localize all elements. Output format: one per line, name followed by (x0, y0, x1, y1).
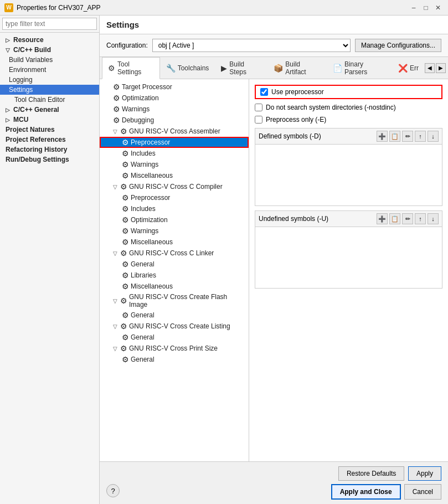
tree-item-warnings-c[interactable]: ⚙ Warnings (100, 225, 249, 236)
nav-item-settings[interactable]: Settings (0, 85, 99, 95)
nav-item-project-references[interactable]: Project References (0, 135, 99, 145)
nav-item-build-variables[interactable]: Build Variables (0, 55, 99, 65)
nav-item-logging[interactable]: Logging (0, 75, 99, 85)
tree-item-gnu-risc-v-cross-c-linker[interactable]: ▽ ⚙ GNU RISC-V Cross C Linker (100, 248, 249, 259)
tab-build-artifact[interactable]: 📦 Build Artifact (267, 57, 327, 79)
nav-item-mcu[interactable]: ▷ MCU (0, 115, 99, 125)
tree-icon: ⚙ (122, 138, 129, 147)
title-bar: W Properties for CHV307_APP – □ ✕ (0, 0, 448, 16)
tree-item-optimization[interactable]: ⚙ Optimization (100, 92, 249, 104)
content-area: ⚙ Target Processor ⚙ Optimization ⚙ Warn… (100, 79, 448, 461)
tree-item-gnu-risc-v-cross-print-size[interactable]: ▽ ⚙ GNU RISC-V Cross Print Size (100, 343, 249, 354)
tree-item-libraries-linker[interactable]: ⚙ Libraries (100, 270, 249, 281)
tree-icon: ⚙ (113, 105, 120, 114)
undefined-symbols-move-up-btn[interactable]: ↑ (415, 213, 426, 224)
undefined-symbols-edit-btn[interactable]: ✏ (402, 213, 413, 224)
nav-item-resource[interactable]: ▷ Resource (0, 35, 99, 45)
nav-label-refactoring-history: Refactoring History (6, 146, 67, 153)
expander-icon: ▽ (113, 250, 119, 256)
config-bar: Configuration: obj [ Active ] Manage Con… (100, 34, 448, 57)
restore-defaults-button[interactable]: Restore Defaults (338, 466, 404, 481)
close-button[interactable]: ✕ (432, 2, 444, 13)
no-system-dirs-checkbox[interactable] (255, 104, 262, 111)
nav-item-project-natures[interactable]: Project Natures (0, 125, 99, 135)
nav-item-refactoring-history[interactable]: Refactoring History (0, 145, 99, 155)
tree-item-general-listing[interactable]: ⚙ General (100, 332, 249, 343)
no-system-dirs-label: Do not search system directories (-nostd… (266, 104, 396, 111)
tree-item-includes-c[interactable]: ⚙ Includes (100, 203, 249, 214)
defined-symbols-label: Defined symbols (-D) (259, 132, 321, 140)
tab-binary-parsers[interactable]: 📄 Binary Parsers (327, 57, 392, 79)
use-preprocessor-label: Use preprocessor (271, 88, 324, 96)
tree-item-gnu-risc-v-cross-create-flash-image[interactable]: ▽ ⚙ GNU RISC-V Cross Create Flash Image (100, 292, 249, 310)
tree-item-warnings[interactable]: ⚙ Warnings (100, 104, 249, 115)
tree-icon: ⚙ (122, 171, 129, 180)
undefined-symbols-add-from-workspace-btn[interactable]: 📋 (389, 213, 400, 224)
tree-item-debugging[interactable]: ⚙ Debugging (100, 115, 249, 126)
tree-item-miscellaneous-linker[interactable]: ⚙ Miscellaneous (100, 281, 249, 292)
expander-icon: ▽ (6, 47, 11, 53)
expander-icon: ▽ (113, 298, 119, 304)
tree-item-general-linker[interactable]: ⚙ General (100, 259, 249, 270)
tree-item-preprocessor-c[interactable]: ⚙ Preprocessor (100, 192, 249, 203)
nav-item-cpp-build[interactable]: ▽ C/C++ Build (0, 45, 99, 55)
tree-item-warnings-asm[interactable]: ⚙ Warnings (100, 159, 249, 170)
tabs-arrow-left[interactable]: ◀ (425, 63, 435, 73)
undefined-symbols-tools: ➕ 📋 ✏ ↑ ↓ (377, 213, 439, 224)
nav-item-environment[interactable]: Environment (0, 65, 99, 75)
minimize-button[interactable]: – (408, 2, 419, 13)
tree-item-miscellaneous-c[interactable]: ⚙ Miscellaneous (100, 236, 249, 248)
expander-icon: ▽ (113, 184, 119, 190)
tree-item-miscellaneous-asm[interactable]: ⚙ Miscellaneous (100, 170, 249, 181)
undefined-symbols-move-down-btn[interactable]: ↓ (428, 213, 439, 224)
defined-symbols-move-up-btn[interactable]: ↑ (415, 131, 426, 142)
defined-symbols-move-down-btn[interactable]: ↓ (428, 131, 439, 142)
tab-build-steps[interactable]: ▶ Build Steps (215, 57, 267, 79)
tree-icon: ⚙ (122, 227, 129, 235)
tab-label-build-steps: Build Steps (229, 60, 261, 76)
tree-item-gnu-risc-v-cross-assembler[interactable]: ▽ ⚙ GNU RISC-V Cross Assembler (100, 126, 249, 137)
defined-symbols-add-from-workspace-btn[interactable]: 📋 (389, 131, 400, 142)
undefined-symbols-section: Undefined symbols (-U) ➕ 📋 ✏ ↑ ↓ (255, 210, 442, 289)
apply-button[interactable]: Apply (408, 466, 441, 481)
expander-icon: ▽ (113, 346, 119, 352)
tab-toolchains[interactable]: 🔧 Toolchains (160, 60, 215, 75)
tree-item-target-processor[interactable]: ⚙ Target Processor (100, 81, 249, 92)
use-preprocessor-checkbox[interactable] (260, 88, 268, 96)
tree-icon: ⚙ (122, 149, 129, 158)
defined-symbols-add-btn[interactable]: ➕ (377, 131, 388, 142)
manage-configurations-button[interactable]: Manage Configurations... (355, 39, 441, 52)
nav-label-resource: Resource (13, 36, 44, 44)
apply-and-close-button[interactable]: Apply and Close (331, 484, 401, 500)
nav-item-run-debug-settings[interactable]: Run/Debug Settings (0, 155, 99, 164)
use-preprocessor-row: Use preprocessor (260, 88, 437, 96)
left-panel: ▷ Resource ▽ C/C++ Build Build Variables… (0, 16, 100, 504)
tab-err[interactable]: ❌ Err (392, 60, 425, 75)
tab-tool-settings[interactable]: ⚙ Tool Settings (102, 57, 160, 79)
settings-tree: ⚙ Target Processor ⚙ Optimization ⚙ Warn… (100, 79, 249, 461)
nav-item-cpp-general[interactable]: ▷ C/C++ General (0, 105, 99, 115)
expander-icon: ▷ (6, 107, 11, 113)
nav-item-tool-chain-editor[interactable]: Tool Chain Editor (0, 95, 99, 105)
main-layout: ▷ Resource ▽ C/C++ Build Build Variables… (0, 16, 448, 504)
tree-item-includes-asm[interactable]: ⚙ Includes (100, 148, 249, 159)
nav-label-logging: Logging (9, 76, 33, 84)
maximize-button[interactable]: □ (420, 2, 431, 13)
tabs-arrow-right[interactable]: ▶ (436, 63, 446, 73)
window-title: Properties for CHV307_APP (17, 4, 100, 12)
cancel-button[interactable]: Cancel (404, 484, 441, 500)
tree-item-general-print-size[interactable]: ⚙ General (100, 354, 249, 365)
help-button[interactable]: ? (106, 484, 120, 497)
undefined-symbols-add-btn[interactable]: ➕ (377, 213, 388, 224)
tree-item-preprocessor-asm[interactable]: ⚙ Preprocessor (100, 137, 249, 148)
defined-symbols-edit-btn[interactable]: ✏ (402, 131, 413, 142)
tree-item-optimization-c[interactable]: ⚙ Optimization (100, 214, 249, 225)
preprocess-only-checkbox[interactable] (255, 116, 262, 124)
tree-icon: ⚙ (122, 355, 129, 364)
tree-item-gnu-risc-v-cross-create-listing[interactable]: ▽ ⚙ GNU RISC-V Cross Create Listing (100, 321, 249, 332)
tree-item-general-flash[interactable]: ⚙ General (100, 310, 249, 321)
nav-label-cpp-build: C/C++ Build (13, 46, 51, 54)
config-select[interactable]: obj [ Active ] (152, 39, 351, 52)
filter-input[interactable] (2, 18, 97, 30)
tree-item-gnu-risc-v-cross-c-compiler[interactable]: ▽ ⚙ GNU RISC-V Cross C Compiler (100, 181, 249, 192)
